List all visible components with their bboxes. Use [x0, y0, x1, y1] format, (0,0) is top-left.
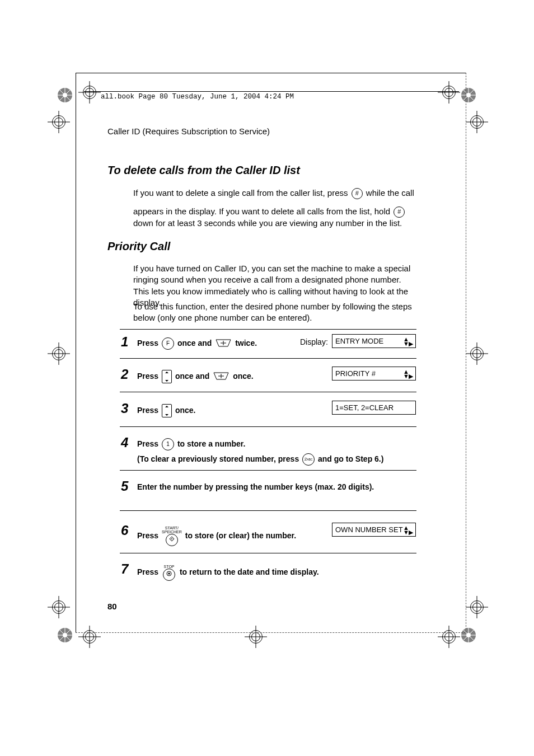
rule [120, 358, 416, 359]
page: all.book Page 80 Tuesday, June 1, 2004 4… [0, 0, 534, 756]
registration-mark-icon [48, 111, 70, 133]
text: appears in the display. If you want to d… [133, 206, 392, 216]
step-number: 2 [121, 367, 128, 382]
text: once. [173, 406, 195, 415]
arrow-icons: ▲▼▶ [403, 337, 413, 346]
step-number: 3 [121, 401, 128, 416]
text: Press [137, 439, 161, 448]
section-title-priority: Priority Call [107, 240, 170, 253]
text: (To clear a previously stored number, pr… [137, 454, 301, 463]
stop-key-icon: STOP [162, 565, 176, 581]
step-4-subtext: (To clear a previously stored number, pr… [137, 453, 417, 466]
text: once. [231, 372, 253, 381]
registration-mark-icon [48, 596, 70, 618]
print-header-text: all.book Page 80 Tuesday, June 1, 2004 4… [99, 93, 296, 101]
rule [120, 426, 416, 427]
text: Press [137, 372, 161, 381]
registration-mark-icon [466, 111, 488, 133]
updown-key-icon [162, 370, 172, 383]
text: If you want to delete a single call from… [133, 188, 350, 198]
down-trapezoid-key-icon [213, 372, 229, 382]
lcd-text: OWN NUMBER SET [335, 525, 403, 534]
start-key-symbol-icon [166, 534, 178, 546]
crop-frame [76, 73, 466, 633]
arrow-icons: ▲▼▶ [403, 369, 413, 378]
lcd-set-clear: 1=SET, 2=CLEAR [332, 401, 416, 415]
delete-paragraph-1: If you want to delete a single call from… [133, 187, 416, 199]
hash-key-icon: # [394, 206, 405, 218]
rule [120, 470, 416, 471]
step-number: 6 [121, 523, 128, 538]
step-7-text: Press STOP to return to the date and tim… [137, 565, 417, 581]
text: to return to the date and time display. [177, 567, 319, 576]
text: Press [137, 567, 161, 576]
lcd-own-number: OWN NUMBER SET ▲▼▶ [332, 523, 416, 537]
rule [120, 553, 416, 553]
display-label: Display: [300, 337, 328, 346]
text: while the call [364, 188, 414, 198]
rule [120, 329, 416, 330]
rule [120, 510, 416, 511]
arrow-icons: ▲▼▶ [403, 525, 413, 534]
registration-mark-icon [48, 342, 70, 365]
text: once and [173, 372, 212, 381]
step-number: 4 [121, 435, 128, 450]
text: down for at least 3 seconds while you ar… [133, 218, 402, 228]
updown-key-icon [162, 404, 172, 417]
one-key-icon: 1 [162, 438, 174, 450]
text: Press [137, 531, 161, 540]
section-title-delete: To delete calls from the Caller ID list [107, 164, 300, 177]
hash-key-icon: # [352, 188, 363, 199]
delete-paragraph-2: appears in the display. If you want to d… [133, 206, 416, 229]
text: to store (or clear) the number. [183, 531, 296, 540]
svg-rect-33 [168, 573, 170, 575]
step-number: 7 [121, 561, 128, 577]
text: and go to Step 6.) [316, 454, 383, 463]
running-head: Caller ID (Requires Subscription to Serv… [107, 126, 270, 136]
text: once and [175, 339, 214, 348]
stop-key-symbol-icon [163, 569, 175, 581]
step-number: 1 [121, 334, 128, 350]
print-star-icon [57, 627, 73, 644]
print-star-icon [57, 87, 73, 104]
svg-point-31 [171, 538, 172, 539]
text: Press [137, 339, 161, 348]
lcd-text: ENTRY MODE [335, 337, 383, 345]
crop-line [76, 632, 466, 633]
step-number: 5 [121, 478, 128, 494]
text: Press [137, 406, 161, 415]
rule [120, 392, 416, 392]
lcd-priority: PRIORITY # ▲▼▶ [332, 367, 416, 381]
text: twice. [233, 339, 257, 348]
registration-mark-icon [466, 342, 488, 365]
crop-line [466, 73, 466, 632]
priority-paragraph-2: To use this function, enter the desired … [133, 301, 416, 324]
registration-mark-icon [466, 596, 488, 618]
header-rule [84, 91, 459, 92]
page-number: 80 [107, 602, 117, 611]
step-5-text: Enter the number by pressing the number … [137, 482, 417, 491]
text: to store a number. [175, 439, 245, 448]
step-4-text: Press 1 to store a number. [137, 438, 417, 450]
f-key-icon: F [162, 337, 174, 350]
start-key-icon: START/ SPEICHER [162, 526, 182, 546]
lcd-text: 1=SET, 2=CLEAR [335, 403, 394, 412]
two-key-icon: 2ABC [302, 453, 315, 466]
lcd-text: PRIORITY # [335, 369, 376, 378]
up-trapezoid-key-icon [215, 339, 232, 349]
lcd-entry-mode: ENTRY MODE ▲▼▶ [332, 334, 416, 348]
